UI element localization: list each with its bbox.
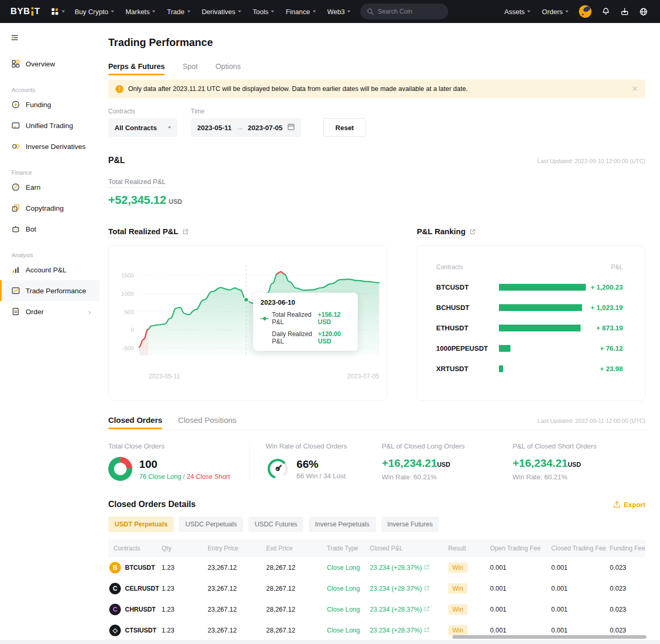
bell-icon[interactable] xyxy=(596,0,615,23)
avatar[interactable] xyxy=(579,5,591,18)
qty-cell: 1.23 xyxy=(162,585,208,592)
long-short-donut-chart xyxy=(108,457,132,481)
sidebar-item-order[interactable]: Order› xyxy=(0,301,99,322)
filter-chip-inverse-perpetuals[interactable]: Inverse Perpetuals xyxy=(309,516,375,532)
bybit-logo[interactable]: BYBT xyxy=(10,6,40,17)
long-orders-pnl-value: +16,234.21USD xyxy=(382,457,513,469)
overview-icon xyxy=(12,60,20,68)
close-icon[interactable]: ✕ xyxy=(631,84,638,94)
tooltip-row-label: Daily Realized P&L xyxy=(272,330,318,345)
nav-menu-orders[interactable]: Orders xyxy=(536,0,574,23)
nav-menu-buy-crypto[interactable]: Buy Crypto xyxy=(69,0,120,23)
open-fee-cell: 0.001 xyxy=(490,585,551,592)
ranking-value: + 76.12 xyxy=(600,344,623,352)
time-filter-label: Time xyxy=(191,108,301,115)
sidebar-item-copytrading[interactable]: Copytrading xyxy=(0,198,99,218)
filters: Contracts All Contracts Time 2023-05-11 … xyxy=(108,108,645,137)
caret-down-icon xyxy=(152,10,155,13)
column-header-contracts: Contracts xyxy=(108,545,162,552)
search-input[interactable]: Search Coin xyxy=(360,4,448,19)
ranking-contract: ETHUSDT xyxy=(436,324,499,332)
reset-button[interactable]: Reset xyxy=(323,118,366,137)
closed-fee-cell: 0.001 xyxy=(551,585,610,592)
tooltip-row-value: +156.12 USD xyxy=(318,311,350,326)
sidebar-item-funding[interactable]: Funding xyxy=(0,94,99,115)
unified-icon xyxy=(12,121,20,130)
sidebar-item-bot[interactable]: Bot xyxy=(0,218,99,239)
stat-label: P&L of Closed Short Orders xyxy=(513,442,645,450)
date-range-picker[interactable]: 2023-05-11 → 2023-07-05 xyxy=(191,118,301,137)
closed-fee-cell: 0.001 xyxy=(551,564,610,571)
external-link-icon[interactable] xyxy=(424,564,430,570)
nav-menu-trade[interactable]: Trade xyxy=(161,0,196,23)
contracts-select[interactable]: All Contracts xyxy=(108,118,177,137)
funding-fee-cell: 0.023 xyxy=(610,606,645,613)
nav-right: AssetsOrders xyxy=(498,0,653,23)
arrow-right-icon: → xyxy=(236,124,243,132)
sidebar-item-unified-trading[interactable]: Unified Trading xyxy=(0,115,99,136)
sidebar-section-finance: Finance xyxy=(12,169,108,176)
sidebar-collapse-icon[interactable] xyxy=(10,33,21,44)
tab-closed-positions[interactable]: Closed Positions xyxy=(178,416,236,429)
long-short-breakdown: 76 Close Long / 24 Close Short xyxy=(139,473,230,480)
closed-pnl-link[interactable]: 23.234 (+28.37%) xyxy=(370,564,448,571)
nav-menu-finance[interactable]: Finance xyxy=(280,0,321,23)
column-header-closed-p-l: Closed P&L xyxy=(370,545,448,552)
tab-options[interactable]: Options xyxy=(215,62,241,75)
filter-chip-inverse-futures[interactable]: Inverse Futures xyxy=(381,516,439,532)
sidebar-item-account-p-l[interactable]: Account P&L xyxy=(0,259,99,280)
tab-closed-orders[interactable]: Closed Orders xyxy=(108,416,162,429)
exit-price-cell: 28,267.12 xyxy=(266,564,327,571)
filter-chip-usdc-futures[interactable]: USDC Futures xyxy=(248,516,303,532)
filter-chip-usdt-perpetuals[interactable]: USDT Perpetuals xyxy=(108,516,174,532)
sidebar-item-label: Order xyxy=(26,308,44,316)
download-icon[interactable] xyxy=(615,0,634,23)
tab-spot[interactable]: Spot xyxy=(183,62,198,75)
closed-pnl-link[interactable]: 23.234 (+28.37%) xyxy=(370,606,448,613)
tab-perps-futures[interactable]: Perps & Futures xyxy=(108,62,165,75)
entry-price-cell: 23,267.12 xyxy=(208,627,266,634)
result-badge: Win xyxy=(448,562,468,573)
closed-pnl-link[interactable]: 23.234 (+28.37%) xyxy=(370,585,448,592)
external-link-icon[interactable] xyxy=(182,228,189,237)
external-link-icon[interactable] xyxy=(424,606,430,612)
column-header-closed-trading-fee: Closed Trading Fee xyxy=(551,545,610,552)
caret-down-icon xyxy=(271,10,274,13)
closed-pnl-link[interactable]: 23.234 (+28.37%) xyxy=(370,627,448,634)
sidebar-item-label: Funding xyxy=(26,101,51,109)
apps-grid-icon[interactable] xyxy=(47,7,69,16)
nav-menu-tools[interactable]: Tools xyxy=(247,0,280,23)
nav-menu-markets[interactable]: Markets xyxy=(120,0,161,23)
horizontal-scrollbar[interactable] xyxy=(452,635,646,639)
sidebar-item-earn[interactable]: Earn xyxy=(0,177,99,198)
top-navigation: BYBT Buy CryptoMarketsTradeDerivativesTo… xyxy=(0,0,660,23)
export-button[interactable]: Export xyxy=(613,501,645,509)
result-cell: Win xyxy=(448,564,490,571)
sidebar-item-inverse-derivatives[interactable]: Inverse Derivatives xyxy=(0,136,99,157)
sidebar-item-overview[interactable]: Overview xyxy=(0,53,99,74)
column-header-qty: Qty xyxy=(162,545,208,552)
column-header-funding-fee: Funding Fee xyxy=(610,545,645,552)
notice-text: Only data after 2023.11.21 UTC will be d… xyxy=(128,85,468,93)
external-link-icon[interactable] xyxy=(424,627,430,633)
nav-menu-assets[interactable]: Assets xyxy=(498,0,536,23)
total-realized-pnl-label: Total Realized P&L xyxy=(108,178,166,188)
column-header-open-trading-fee: Open Trading Fee xyxy=(490,545,551,552)
result-badge: Win xyxy=(448,583,468,594)
contract-name: CTSIUSDT xyxy=(125,627,156,634)
filter-chip-usdc-perpetuals[interactable]: USDC Perpetuals xyxy=(179,516,243,532)
sidebar-item-trade-performance[interactable]: Trade Performance xyxy=(0,280,99,301)
nav-menu-web3[interactable]: Web3 xyxy=(322,0,357,23)
external-link-icon[interactable] xyxy=(469,228,476,237)
closed-orders-table: ContractsQtyEntry PriceExit PriceTrade T… xyxy=(108,539,645,641)
pnl-ranking-section: P&L Ranking Contracts P&L BTCUSDT+ 1,200… xyxy=(417,227,645,401)
sidebar-item-label: Unified Trading xyxy=(26,122,73,130)
contracts-selected-value: All Contracts xyxy=(115,124,157,132)
ranking-row-btcusdt: BTCUSDT+ 1,200.23 xyxy=(436,283,623,291)
caret-down-icon xyxy=(238,10,241,13)
nav-menu-derivatives[interactable]: Derivatives xyxy=(196,0,247,23)
external-link-icon[interactable] xyxy=(424,585,430,591)
globe-icon[interactable] xyxy=(634,0,653,23)
trade-performance-icon xyxy=(12,286,20,295)
funding-fee-cell: 0.023 xyxy=(610,564,645,571)
